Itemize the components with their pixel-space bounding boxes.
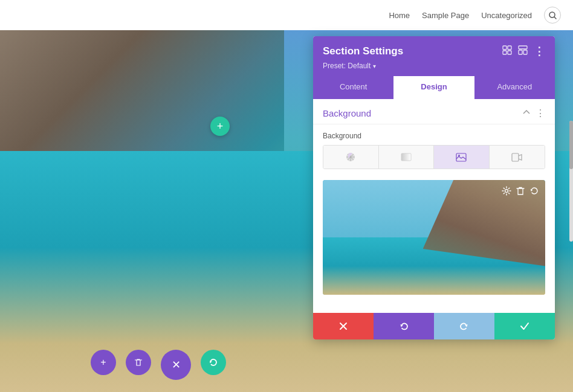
background-field-row: Background [313, 124, 555, 174]
bg-type-image-button[interactable] [434, 146, 490, 169]
search-icon[interactable] [544, 7, 561, 24]
panel-actions [313, 313, 555, 339]
svg-line-1 [554, 17, 556, 19]
svg-point-13 [505, 190, 508, 193]
svg-point-11 [458, 155, 460, 156]
undo-button[interactable] [374, 313, 434, 339]
nav-home[interactable]: Home [389, 11, 410, 20]
reset-button[interactable] [201, 350, 226, 375]
top-nav: Home Sample Page Uncategorized [0, 0, 573, 30]
panel-header-top: Section Settings [323, 45, 545, 58]
panel-header-icons: ⋮ [502, 45, 545, 58]
panel-tabs: Content Design Advanced [313, 76, 555, 99]
svg-rect-5 [503, 51, 507, 54]
panel-title: Section Settings [323, 45, 403, 57]
settings-panel: Section Settings [313, 36, 555, 339]
tab-design[interactable]: Design [393, 76, 474, 99]
svg-rect-9 [401, 153, 411, 161]
svg-rect-3 [508, 46, 511, 50]
redo-button[interactable] [434, 313, 494, 339]
image-reset-icon[interactable] [529, 186, 539, 198]
collapse-icon[interactable] [522, 108, 531, 118]
svg-rect-2 [503, 46, 507, 50]
panel-scrollbar[interactable] [569, 121, 573, 242]
nav-sample-page[interactable]: Sample Page [422, 11, 469, 20]
section-heading-icons: ⋮ [522, 108, 545, 119]
expand-icon[interactable] [502, 45, 512, 57]
preset-row: Preset: Default ▾ [323, 62, 545, 76]
panel-body: Background ⋮ Background [313, 99, 555, 310]
panel-scrollbar-thumb [569, 121, 573, 169]
nav-uncategorized[interactable]: Uncategorized [481, 11, 532, 20]
panel-header: Section Settings [313, 36, 555, 76]
bg-type-gradient-button[interactable] [379, 146, 435, 169]
tab-content[interactable]: Content [313, 76, 393, 99]
bg-type-color-button[interactable] [323, 146, 379, 169]
cancel-button[interactable] [313, 313, 374, 339]
add-section-button[interactable]: + [91, 350, 116, 375]
svg-rect-6 [519, 46, 527, 49]
svg-rect-8 [523, 50, 527, 54]
bg-type-video-button[interactable] [490, 146, 545, 169]
save-button[interactable] [494, 313, 555, 339]
background-field-label: Background [323, 132, 545, 140]
more-options-icon[interactable]: ⋮ [534, 45, 545, 58]
image-delete-icon[interactable] [516, 186, 525, 198]
close-section-button[interactable]: ✕ [161, 350, 191, 380]
background-heading-text: Background [323, 108, 371, 118]
svg-rect-7 [519, 50, 522, 54]
layout-icon[interactable] [518, 45, 528, 57]
image-settings-icon[interactable] [502, 186, 511, 198]
preset-label: Preset: Default [323, 62, 371, 70]
canvas-add-button[interactable]: + [210, 117, 230, 136]
section-more-icon[interactable]: ⋮ [536, 108, 545, 119]
svg-rect-12 [512, 153, 519, 161]
background-image-preview [323, 180, 545, 295]
image-overlay-icons [502, 186, 539, 198]
tab-advanced[interactable]: Advanced [474, 76, 555, 99]
bottom-toolbar: + ✕ [91, 350, 226, 380]
background-section-heading: Background ⋮ [313, 99, 555, 124]
background-type-buttons [323, 145, 545, 169]
svg-rect-4 [508, 51, 511, 54]
delete-section-button[interactable] [126, 350, 151, 375]
preset-arrow-icon[interactable]: ▾ [373, 63, 376, 69]
